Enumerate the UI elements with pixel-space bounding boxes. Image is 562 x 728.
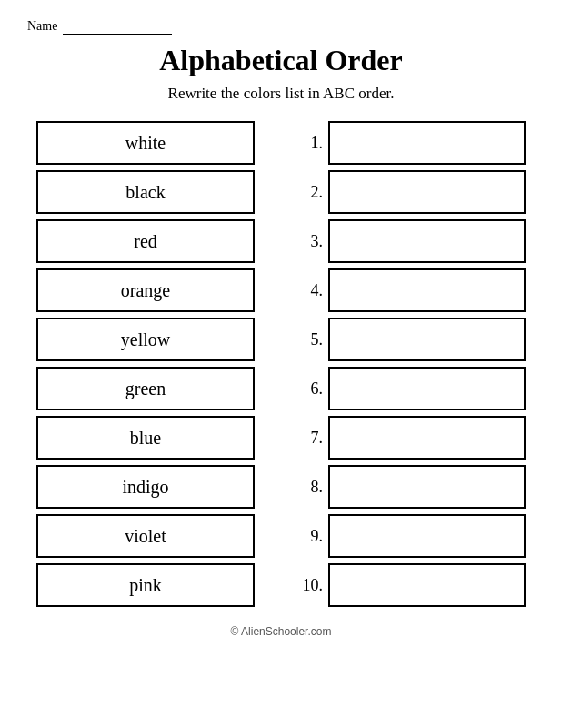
answer-box-8[interactable] bbox=[328, 514, 526, 558]
answer-row-1: 2. bbox=[294, 170, 526, 214]
answer-number-8: 9. bbox=[294, 527, 323, 546]
answer-number-5: 6. bbox=[294, 379, 323, 399]
word-box-1: black bbox=[36, 170, 255, 214]
page: Name Alphabetical Order Rewrite the colo… bbox=[0, 0, 562, 728]
word-box-2: red bbox=[36, 219, 255, 263]
answer-number-3: 4. bbox=[294, 281, 323, 300]
answer-row-3: 4. bbox=[294, 268, 526, 312]
word-box-8: violet bbox=[36, 514, 255, 558]
answer-row-8: 9. bbox=[294, 514, 526, 558]
answer-row-4: 5. bbox=[294, 318, 526, 361]
footer: © AlienSchooler.com bbox=[27, 625, 535, 638]
answer-number-6: 7. bbox=[294, 429, 323, 448]
answer-number-2: 3. bbox=[294, 232, 323, 251]
word-box-3: orange bbox=[36, 268, 255, 312]
answer-number-7: 8. bbox=[294, 478, 323, 497]
word-box-6: blue bbox=[36, 416, 255, 460]
page-title: Alphabetical Order bbox=[27, 44, 535, 77]
answer-row-6: 7. bbox=[294, 416, 526, 460]
name-input-area[interactable] bbox=[63, 18, 172, 35]
answer-box-0[interactable] bbox=[328, 121, 526, 165]
answer-box-7[interactable] bbox=[328, 465, 526, 509]
answer-box-2[interactable] bbox=[328, 219, 526, 263]
name-label: Name bbox=[27, 19, 57, 34]
answer-number-1: 2. bbox=[294, 183, 323, 202]
answer-box-5[interactable] bbox=[328, 367, 526, 410]
answer-box-6[interactable] bbox=[328, 416, 526, 460]
word-box-7: indigo bbox=[36, 465, 255, 509]
page-subtitle: Rewrite the colors list in ABC order. bbox=[27, 85, 535, 103]
answer-number-4: 5. bbox=[294, 330, 323, 349]
main-columns: whiteblackredorangeyellowgreenblueindigo… bbox=[27, 121, 535, 607]
answer-row-7: 8. bbox=[294, 465, 526, 509]
words-column: whiteblackredorangeyellowgreenblueindigo… bbox=[36, 121, 255, 607]
answer-box-4[interactable] bbox=[328, 318, 526, 361]
answer-row-2: 3. bbox=[294, 219, 526, 263]
word-box-9: pink bbox=[36, 563, 255, 607]
answer-box-9[interactable] bbox=[328, 563, 526, 607]
word-box-5: green bbox=[36, 367, 255, 410]
answer-row-9: 10. bbox=[294, 563, 526, 607]
word-box-0: white bbox=[36, 121, 255, 165]
word-box-4: yellow bbox=[36, 318, 255, 361]
answer-number-9: 10. bbox=[294, 576, 323, 595]
answer-row-5: 6. bbox=[294, 367, 526, 410]
answer-box-3[interactable] bbox=[328, 268, 526, 312]
answer-box-1[interactable] bbox=[328, 170, 526, 214]
answer-number-0: 1. bbox=[294, 134, 323, 153]
answers-column: 1.2.3.4.5.6.7.8.9.10. bbox=[294, 121, 526, 607]
name-line: Name bbox=[27, 18, 535, 35]
answer-row-0: 1. bbox=[294, 121, 526, 165]
